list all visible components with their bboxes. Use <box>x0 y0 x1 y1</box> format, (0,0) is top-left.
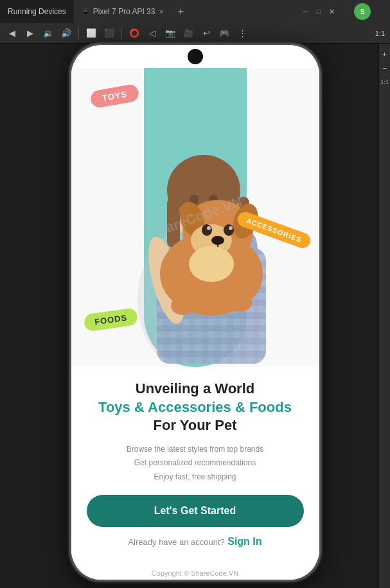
zoom-level: 1:1 <box>375 30 385 37</box>
toolbar-divider-2 <box>121 28 122 39</box>
sharecode-logo-circle: S <box>354 3 371 20</box>
rotate-icon[interactable]: ↩ <box>199 26 213 40</box>
svg-point-23 <box>224 224 234 236</box>
volume-down-icon[interactable]: 🔉 <box>41 26 55 40</box>
forward-button[interactable]: ▶ <box>23 26 37 40</box>
volume-up-icon[interactable]: 🔊 <box>59 26 73 40</box>
svg-point-28 <box>171 297 194 315</box>
signin-row: Already have an account? Sign In <box>87 536 304 548</box>
get-started-button[interactable]: Let's Get Started <box>87 495 304 527</box>
video-icon[interactable]: 🎥 <box>181 26 195 40</box>
copyright-bar: Copyright © ShareCode.VN <box>71 567 319 580</box>
back-button[interactable]: ◀ <box>5 26 19 40</box>
svg-rect-9 <box>167 197 180 248</box>
running-devices-tab-label: Running Devices <box>8 7 66 16</box>
top-bar-right: ─ □ ✕ S <box>300 3 390 21</box>
sharecode-logo: S <box>340 3 385 21</box>
svg-point-24 <box>207 226 211 230</box>
close-window-icon[interactable]: ✕ <box>326 6 337 17</box>
pixel-tab-label: Pixel 7 Pro API 33 <box>93 7 155 16</box>
gamepad-icon[interactable]: 🎮 <box>217 26 231 40</box>
title-line3: For Your Pet <box>87 416 304 435</box>
svg-point-26 <box>211 236 224 245</box>
signin-link[interactable]: Sign In <box>227 536 261 547</box>
sidebar-fit-button[interactable]: 1:1 <box>380 77 390 87</box>
content-section: Unveiling a World Toys & Accessories & F… <box>71 367 319 558</box>
minimize-icon[interactable]: ─ <box>300 6 312 17</box>
toolbar-right: 1:1 <box>375 30 385 37</box>
svg-point-29 <box>229 294 252 312</box>
running-devices-tab[interactable]: Running Devices <box>0 0 74 23</box>
phone-status-bar <box>71 45 319 68</box>
signin-text: Already have an account? <box>128 537 224 547</box>
back-icon[interactable]: ◁ <box>145 26 159 40</box>
top-bar: Running Devices 📱 Pixel 7 Pro API 33 ✕ +… <box>0 0 390 23</box>
pixel-tab-close[interactable]: ✕ <box>159 8 164 15</box>
svg-point-27 <box>189 246 234 282</box>
rotate-landscape-icon[interactable]: ⬛ <box>102 26 116 40</box>
svg-point-22 <box>202 224 212 236</box>
toolbar-divider-1 <box>78 28 79 39</box>
tab-bar: Running Devices 📱 Pixel 7 Pro API 33 ✕ + <box>0 0 190 23</box>
phone-screen: TOYS ACCESSORIES FOODS ShareCode.VN Unve… <box>71 68 319 580</box>
sidebar-minus-button[interactable]: − <box>380 63 390 73</box>
top-icons: ─ □ ✕ <box>300 6 337 17</box>
title-line1: Unveiling a World <box>87 380 304 398</box>
svg-point-25 <box>229 226 233 230</box>
hero-section: TOYS ACCESSORIES FOODS ShareCode.VN <box>71 68 319 367</box>
toolbar: ◀ ▶ 🔉 🔊 ⬜ ⬛ ⭕ ◁ 📷 🎥 ↩ 🎮 ⋮ 1:1 <box>0 23 390 44</box>
feature-item-2: Get personalized recommendations <box>87 456 304 470</box>
phone-notch <box>188 49 203 64</box>
phone-frame: TOYS ACCESSORIES FOODS ShareCode.VN Unve… <box>70 44 321 581</box>
add-tab-button[interactable]: + <box>172 3 190 21</box>
maximize-icon[interactable]: □ <box>313 6 324 17</box>
pixel-tab-icon: 📱 <box>82 8 89 15</box>
right-sidebar: + − 1:1 <box>378 44 390 588</box>
rotate-portrait-icon[interactable]: ⬜ <box>84 26 98 40</box>
features-list: Browse the latest styles from top brands… <box>87 443 304 485</box>
home-icon[interactable]: ⭕ <box>127 26 141 40</box>
sidebar-plus-button[interactable]: + <box>380 49 390 59</box>
pixel-tab[interactable]: 📱 Pixel 7 Pro API 33 ✕ <box>74 0 172 23</box>
title-line2: Toys & Accessories & Foods <box>87 398 304 417</box>
camera-icon[interactable]: 📷 <box>163 26 177 40</box>
feature-item-3: Enjoy fast, free shipping <box>87 470 304 485</box>
more-options-icon[interactable]: ⋮ <box>235 26 249 40</box>
feature-item-1: Browse the latest styles from top brands <box>87 443 304 457</box>
